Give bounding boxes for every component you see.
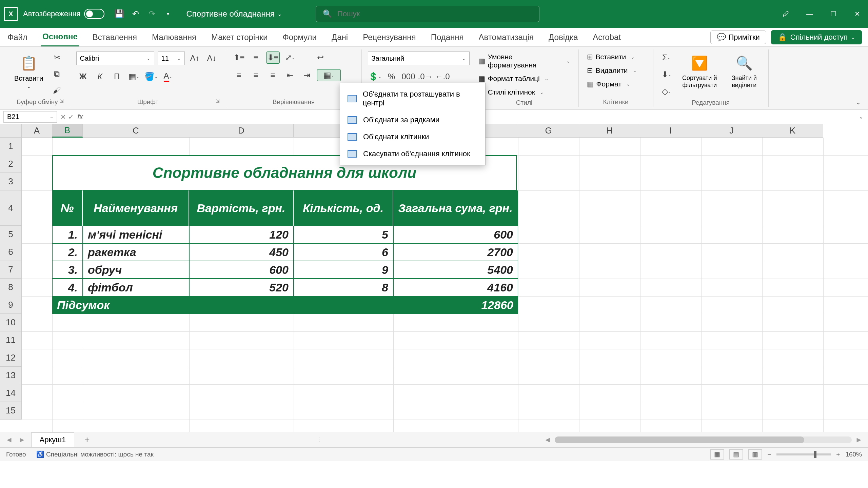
header-total[interactable]: Загальна сума, грн.	[393, 190, 518, 226]
increase-font-icon[interactable]: A↑	[188, 52, 202, 64]
cell-name[interactable]: м'ячі тенісні	[83, 226, 189, 243]
row-header-12[interactable]: 12	[0, 349, 22, 367]
tab-insert[interactable]: Вставлення	[91, 28, 138, 46]
orientation-icon[interactable]: ⤢⌄	[283, 52, 297, 64]
row-header-2[interactable]: 2	[0, 155, 22, 173]
header-qty[interactable]: Кількість, од.	[294, 190, 393, 226]
column-header-I[interactable]: I	[640, 124, 701, 138]
decrease-indent-icon[interactable]: ⇤	[283, 69, 297, 81]
sheet-menu-icon[interactable]: ⋮	[316, 436, 322, 443]
align-bottom-icon[interactable]: ⬇≡	[266, 52, 280, 64]
tab-review[interactable]: Рецензування	[361, 28, 417, 46]
column-header-G[interactable]: G	[518, 124, 579, 138]
prev-sheet-icon[interactable]: ◄	[5, 435, 13, 444]
row-header-3[interactable]: 3	[0, 173, 22, 190]
percent-icon[interactable]: %	[385, 70, 398, 83]
column-header-B[interactable]: B	[52, 124, 83, 138]
footer-total[interactable]: 12860	[393, 296, 518, 314]
normal-view-icon[interactable]: ▦	[710, 449, 724, 460]
row-header-15[interactable]: 15	[0, 402, 22, 420]
select-all-corner[interactable]	[0, 124, 22, 138]
cell-total[interactable]: 600	[393, 226, 518, 243]
cell-cost[interactable]: 450	[189, 243, 294, 261]
accessibility-status[interactable]: ♿ Спеціальні можливості: щось не так	[36, 450, 154, 458]
format-as-table-button[interactable]: ▦Формат таблиці⌄	[476, 73, 572, 84]
tab-data[interactable]: Дані	[330, 28, 349, 46]
cell-name[interactable]: фітбол	[83, 279, 189, 296]
sort-filter-button[interactable]: 🔽Сортувати й фільтрувати	[676, 52, 723, 91]
cell-qty[interactable]: 8	[294, 279, 393, 296]
close-button[interactable]: ✕	[850, 7, 864, 21]
row-header-8[interactable]: 8	[0, 279, 22, 296]
row-header-4[interactable]: 4	[0, 190, 22, 226]
paste-button[interactable]: 📋 Вставити ⌄	[11, 52, 47, 91]
launcher-icon[interactable]: ⇲	[216, 98, 220, 104]
mic-icon[interactable]: 🖊	[779, 7, 793, 21]
zoom-slider[interactable]	[776, 453, 831, 455]
expand-formula-bar-icon[interactable]: ⌄	[859, 114, 863, 120]
cell-num[interactable]: 3.	[52, 261, 83, 279]
cell-total[interactable]: 5400	[393, 261, 518, 279]
cell-name[interactable]: ракетка	[83, 243, 189, 261]
font-name-combo[interactable]: Calibri⌄	[76, 52, 154, 65]
zoom-out-icon[interactable]: −	[767, 451, 771, 458]
fill-color-button[interactable]: 🪣⌄	[144, 70, 158, 83]
tab-draw[interactable]: Малювання	[151, 28, 198, 46]
row-header-1[interactable]: 1	[0, 138, 22, 155]
underline-button[interactable]: П	[110, 70, 124, 83]
header-cost[interactable]: Вартість, грн.	[189, 190, 294, 226]
find-select-button[interactable]: 🔍Знайти й виділити	[726, 52, 762, 91]
delete-cells-button[interactable]: ⊟Видалити⌄	[585, 65, 639, 76]
cell-cost[interactable]: 600	[189, 261, 294, 279]
tab-acrobat[interactable]: Acrobat	[591, 28, 622, 46]
row-header-10[interactable]: 10	[0, 314, 22, 331]
align-middle-icon[interactable]: ≡	[249, 52, 263, 64]
undo-icon[interactable]: ↶	[130, 8, 142, 20]
cell-styles-button[interactable]: ▦Стилі клітинок⌄	[476, 87, 572, 98]
spreadsheet-grid[interactable]: ABCDEFGHIJK 123456789101112131415 Спорти…	[0, 124, 868, 432]
align-top-icon[interactable]: ⬆≡	[232, 52, 246, 64]
add-sheet-icon[interactable]: +	[80, 434, 94, 445]
row-header-6[interactable]: 6	[0, 243, 22, 261]
comma-style-icon[interactable]: 000	[402, 70, 415, 83]
cell-cost[interactable]: 520	[189, 279, 294, 296]
fx-icon[interactable]: fx	[77, 113, 83, 121]
search-box[interactable]: 🔍	[316, 6, 539, 22]
row-header-14[interactable]: 14	[0, 384, 22, 402]
tab-help[interactable]: Довідка	[547, 28, 579, 46]
row-header-7[interactable]: 7	[0, 261, 22, 279]
tab-page-layout[interactable]: Макет сторінки	[210, 28, 269, 46]
column-header-K[interactable]: K	[762, 124, 823, 138]
unmerge-cells-item[interactable]: Скасувати об'єднання клітинок	[340, 145, 485, 162]
cell-cost[interactable]: 120	[189, 226, 294, 243]
collapse-ribbon-icon[interactable]: ⌄	[855, 98, 861, 106]
cell-name[interactable]: обруч	[83, 261, 189, 279]
minimize-button[interactable]: —	[803, 7, 816, 21]
save-icon[interactable]: 💾	[113, 8, 125, 20]
cell-total[interactable]: 4160	[393, 279, 518, 296]
cell-qty[interactable]: 5	[294, 226, 393, 243]
row-header-5[interactable]: 5	[0, 226, 22, 243]
increase-indent-icon[interactable]: ⇥	[300, 69, 314, 81]
bold-button[interactable]: Ж	[76, 70, 90, 83]
tab-automate[interactable]: Автоматизація	[477, 28, 535, 46]
next-sheet-icon[interactable]: ►	[18, 435, 26, 444]
font-size-combo[interactable]: 11⌄	[158, 52, 185, 65]
column-header-H[interactable]: H	[579, 124, 640, 138]
row-header-11[interactable]: 11	[0, 331, 22, 349]
horizontal-scrollbar[interactable]: ◄ ►	[544, 435, 863, 444]
cancel-formula-icon[interactable]: ✕	[60, 113, 66, 121]
number-format-combo[interactable]: Загальний⌄	[368, 52, 470, 65]
increase-decimal-icon[interactable]: .0→	[419, 70, 432, 83]
align-left-icon[interactable]: ≡	[232, 69, 246, 81]
row-header-9[interactable]: 9	[0, 296, 22, 314]
accounting-format-icon[interactable]: 💲⌄	[368, 70, 381, 83]
zoom-in-icon[interactable]: +	[836, 451, 840, 458]
autosum-icon[interactable]: Σ ⌄	[659, 52, 673, 64]
decrease-font-icon[interactable]: A↓	[205, 52, 219, 64]
column-header-C[interactable]: C	[83, 124, 189, 138]
launcher-icon[interactable]: ⇲	[60, 98, 64, 104]
column-header-J[interactable]: J	[701, 124, 762, 138]
fill-icon[interactable]: ⬇ ⌄	[659, 68, 673, 81]
comments-button[interactable]: 💬Примітки	[710, 30, 766, 44]
